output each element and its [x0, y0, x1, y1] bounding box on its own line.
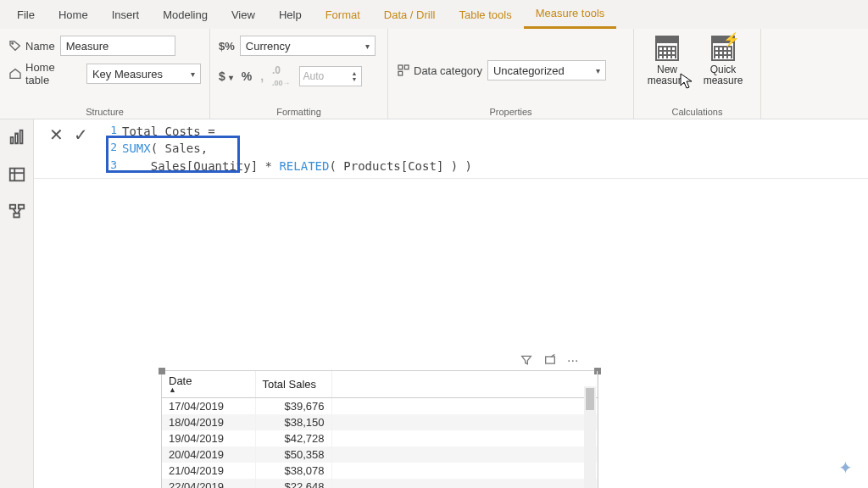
table-row[interactable]: 17/04/2019$39,676	[162, 398, 598, 415]
svg-rect-7	[9, 169, 24, 181]
vertical-scrollbar[interactable]	[584, 386, 596, 488]
group-label-structure: Structure	[8, 107, 201, 117]
column-header-date[interactable]: Date▲	[162, 371, 255, 398]
format-value: Currency	[246, 40, 291, 53]
hometable-label: Home table	[25, 61, 81, 86]
code-fn: RELATED	[279, 158, 329, 175]
table-row[interactable]: 21/04/2019$38,078	[162, 463, 598, 479]
svg-rect-6	[19, 130, 22, 144]
tab-help[interactable]: Help	[267, 0, 314, 29]
datacategory-value: Uncategorized	[493, 64, 565, 77]
code-text: *	[265, 158, 280, 175]
cell-empty	[331, 479, 598, 488]
datacategory-label: Data category	[414, 64, 482, 77]
name-value: Measure	[66, 40, 109, 53]
selection-highlight	[106, 136, 240, 173]
cell-sales: $39,676	[255, 398, 331, 415]
decimals-value: Auto	[303, 70, 325, 82]
new-measure-button[interactable]: New measure	[643, 36, 692, 86]
cell-date: 19/04/2019	[162, 430, 255, 446]
new-measure-label: New measure	[643, 64, 692, 86]
focus-mode-icon[interactable]	[543, 353, 557, 370]
cell-empty	[331, 398, 598, 415]
cell-date: 21/04/2019	[162, 463, 255, 479]
filter-icon[interactable]	[520, 353, 533, 370]
calculator-icon	[655, 36, 679, 61]
name-label: Name	[25, 40, 55, 53]
cell-empty	[331, 414, 598, 430]
svg-point-0	[12, 43, 14, 45]
scrollbar-thumb[interactable]	[586, 388, 594, 410]
cell-date: 18/04/2019	[162, 414, 255, 430]
chevron-down-icon: ▾	[191, 69, 195, 79]
tab-file[interactable]: File	[5, 0, 47, 29]
watermark-icon: ✦	[838, 458, 853, 478]
column-header-sales[interactable]: Total Sales	[255, 371, 331, 398]
quick-measure-button[interactable]: ⚡ Quick measure	[698, 36, 748, 86]
cell-empty	[331, 446, 598, 463]
model-view-icon[interactable]	[8, 202, 26, 221]
body-area: ✕ ✓ 1Total Costs = 2SUMX( Sales, 3 Sales…	[0, 119, 868, 488]
decimal-button[interactable]: .0.00→	[272, 64, 291, 88]
table-visual[interactable]: Date▲ Total Sales 17/04/2019$39,67618/04…	[161, 370, 598, 488]
cell-date: 22/04/2019	[162, 479, 255, 488]
visual-header: ···	[520, 353, 578, 370]
tab-insert[interactable]: Insert	[100, 0, 152, 29]
format-dropdown[interactable]: Currency ▾	[240, 36, 376, 56]
group-label-formatting: Formatting	[219, 107, 379, 117]
table-row[interactable]: 22/04/2019$22,648	[162, 479, 598, 488]
chevron-down-icon: ▼	[352, 76, 358, 82]
currency-button[interactable]: $ ▾	[219, 69, 233, 83]
cell-empty	[331, 430, 598, 446]
svg-rect-12	[14, 214, 19, 218]
view-rail	[0, 119, 34, 488]
tab-datadrill[interactable]: Data / Drill	[372, 0, 448, 29]
svg-rect-4	[10, 137, 13, 143]
name-input[interactable]: Measure	[60, 36, 175, 56]
tab-tabletools[interactable]: Table tools	[447, 0, 523, 29]
svg-rect-2	[404, 65, 409, 69]
svg-rect-11	[18, 205, 23, 209]
cell-date: 17/04/2019	[162, 398, 255, 415]
ribbon-group-structure: Name Measure Home table Key Measures ▾ S…	[0, 29, 210, 119]
table-row[interactable]: 19/04/2019$42,728	[162, 430, 598, 446]
chevron-down-icon: ▾	[596, 66, 600, 75]
code-text: ( Products[Cost] ) )	[329, 158, 472, 175]
table-row[interactable]: 20/04/2019$50,358	[162, 446, 598, 463]
chevron-up-icon: ▲	[352, 70, 358, 76]
calculator-bolt-icon: ⚡	[711, 36, 735, 61]
data-view-icon[interactable]	[8, 165, 26, 184]
svg-rect-1	[398, 65, 403, 69]
datacategory-dropdown[interactable]: Uncategorized ▾	[487, 60, 606, 80]
table-row[interactable]: 18/04/2019$38,150	[162, 414, 598, 430]
report-view-icon[interactable]	[8, 128, 26, 147]
cell-sales: $50,358	[255, 446, 331, 463]
quick-measure-label: Quick measure	[698, 64, 748, 86]
tab-modeling[interactable]: Modeling	[151, 0, 220, 29]
cell-empty	[331, 463, 598, 479]
comma-button[interactable]: ,	[260, 69, 264, 83]
tab-measuretools[interactable]: Measure tools	[524, 0, 617, 29]
cell-sales: $38,078	[255, 463, 331, 479]
ribbon-group-calculations: New measure ⚡ Quick measure Calculations	[634, 29, 761, 119]
ribbon: Name Measure Home table Key Measures ▾ S…	[0, 29, 868, 119]
category-icon	[397, 64, 410, 77]
cancel-formula-icon[interactable]: ✕	[49, 125, 64, 145]
hometable-dropdown[interactable]: Key Measures ▾	[86, 64, 201, 84]
tab-view[interactable]: View	[220, 0, 267, 29]
data-table: Date▲ Total Sales 17/04/2019$39,67618/04…	[162, 371, 598, 488]
cell-sales: $42,728	[255, 430, 331, 446]
commit-formula-icon[interactable]: ✓	[74, 125, 88, 145]
ribbon-group-formatting: $% Currency ▾ $ ▾ % , .0.00→ Auto ▲ ▼	[210, 29, 388, 119]
column-header-empty	[331, 371, 598, 398]
tab-format[interactable]: Format	[314, 0, 372, 29]
tag-icon	[8, 39, 22, 53]
group-label-calculations: Calculations	[643, 107, 752, 117]
percent-button[interactable]: %	[242, 69, 252, 83]
svg-rect-15	[546, 357, 555, 363]
more-options-icon[interactable]: ···	[567, 353, 578, 370]
decimals-spinner[interactable]: Auto ▲ ▼	[299, 66, 362, 86]
svg-rect-3	[398, 71, 403, 75]
chevron-down-icon: ▾	[365, 42, 370, 51]
tab-home[interactable]: Home	[47, 0, 100, 29]
